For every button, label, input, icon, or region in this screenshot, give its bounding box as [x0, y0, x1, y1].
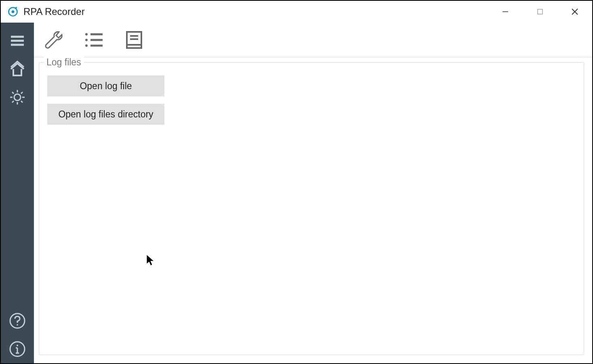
maximize-button[interactable]: [523, 1, 557, 23]
list-icon: [82, 29, 105, 51]
groupbox-label: Log files: [44, 57, 84, 68]
svg-point-27: [85, 44, 88, 47]
toolbar-log-button[interactable]: [122, 28, 146, 52]
log-files-groupbox: Log files Open log file Open log files d…: [39, 62, 584, 355]
hamburger-icon: [8, 32, 26, 50]
sidebar-menu-button[interactable]: [5, 27, 29, 55]
sidebar: [1, 23, 34, 363]
window-controls: [488, 1, 592, 23]
svg-point-19: [17, 324, 18, 326]
svg-point-1: [12, 10, 15, 13]
app-window: RPA Recorder: [0, 0, 593, 364]
svg-line-16: [21, 92, 23, 94]
svg-point-9: [14, 94, 21, 100]
svg-rect-3: [538, 9, 543, 14]
svg-line-15: [21, 101, 23, 103]
main-panel: Log files Open log file Open log files d…: [34, 57, 592, 363]
sidebar-info-button[interactable]: [5, 335, 29, 363]
minimize-button[interactable]: [488, 1, 523, 23]
app-title: RPA Recorder: [23, 6, 85, 17]
svg-line-14: [12, 92, 14, 94]
help-icon: [8, 312, 26, 330]
home-icon: [8, 60, 26, 78]
open-log-dir-button[interactable]: Open log files directory: [47, 104, 164, 125]
sidebar-help-button[interactable]: [5, 307, 29, 335]
close-button[interactable]: [557, 1, 592, 23]
sidebar-settings-button[interactable]: [5, 83, 29, 111]
wrench-icon: [42, 29, 65, 51]
gear-icon: [8, 88, 26, 106]
app-icon: [7, 6, 19, 17]
toolbar-settings-button[interactable]: [41, 28, 65, 52]
svg-point-26: [85, 39, 88, 41]
book-icon: [123, 29, 145, 51]
svg-point-21: [17, 345, 18, 346]
info-icon: [8, 340, 26, 358]
titlebar: RPA Recorder: [1, 1, 592, 23]
toolbar-list-button[interactable]: [82, 28, 106, 52]
content-area: Log files Open log file Open log files d…: [34, 23, 592, 363]
open-log-file-button[interactable]: Open log file: [47, 75, 164, 96]
sidebar-home-button[interactable]: [5, 55, 29, 83]
body: Log files Open log file Open log files d…: [1, 23, 592, 363]
svg-line-17: [12, 101, 14, 103]
toolbar: [34, 23, 592, 57]
svg-point-25: [85, 33, 88, 36]
